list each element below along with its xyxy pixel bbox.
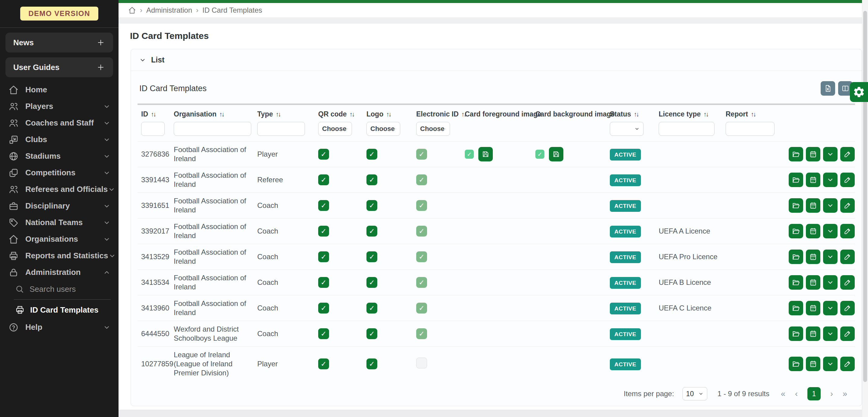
sort-icon[interactable]: ↑↓: [386, 111, 391, 118]
row-chevron-down-button[interactable]: [823, 326, 838, 341]
row-pencil-button[interactable]: [840, 249, 855, 264]
row-folder-open-button[interactable]: [789, 301, 803, 315]
filter-electronic-id-select[interactable]: Choose: [416, 122, 450, 136]
plus-icon[interactable]: [96, 63, 105, 72]
home-icon[interactable]: [128, 6, 136, 14]
filter-organisation-input[interactable]: [174, 122, 251, 136]
sidebar-section-user-guides[interactable]: User Guides: [5, 57, 113, 77]
col-header-qr-code[interactable]: QR code↑↓: [315, 105, 363, 120]
sidebar-item-coaches-and-staff[interactable]: Coaches and Staff: [0, 115, 119, 131]
row-folder-open-button[interactable]: [789, 249, 803, 264]
sidebar-item-clubs[interactable]: Clubs: [0, 131, 119, 148]
col-header-organisation[interactable]: Organisation↑↓: [170, 105, 254, 120]
row-chevron-down-button[interactable]: [823, 147, 838, 161]
qr-code-checkbox-checked[interactable]: ✓: [318, 200, 329, 211]
logo-checkbox-checked[interactable]: ✓: [367, 226, 377, 237]
breadcrumb-administration[interactable]: Administration: [146, 6, 192, 14]
filter-report-input[interactable]: [726, 122, 775, 136]
qr-code-checkbox-checked[interactable]: ✓: [318, 303, 329, 314]
row-chevron-down-button[interactable]: [823, 224, 838, 238]
qr-code-checkbox-checked[interactable]: ✓: [318, 251, 329, 262]
previous-page-button[interactable]: ‹: [795, 389, 798, 398]
row-chevron-down-button[interactable]: [823, 198, 838, 213]
logo-checkbox-checked[interactable]: ✓: [367, 174, 377, 185]
logo-checkbox-checked[interactable]: ✓: [367, 277, 377, 288]
logo-checkbox-checked[interactable]: ✓: [367, 328, 377, 339]
sidebar-item-home[interactable]: Home: [0, 82, 119, 98]
row-chevron-down-button[interactable]: [823, 275, 838, 290]
sidebar-item-administration[interactable]: Administration: [0, 264, 119, 280]
sort-icon[interactable]: ↑↓: [276, 111, 280, 118]
row-folder-open-button[interactable]: [789, 173, 803, 187]
export-excel-button[interactable]: [820, 81, 835, 96]
sidebar-item-referees-and-officials[interactable]: Referees and Officials: [0, 181, 119, 198]
sidebar-item-organisations[interactable]: Organisations: [0, 231, 119, 247]
row-calendar-button[interactable]: [806, 357, 820, 371]
sidebar-item-help[interactable]: Help: [0, 319, 119, 335]
row-folder-open-button[interactable]: [789, 357, 803, 371]
list-section-header[interactable]: List: [131, 49, 862, 71]
sidebar-item-national-teams[interactable]: National Teams: [0, 214, 119, 231]
sidebar-item-players[interactable]: Players: [0, 98, 119, 115]
row-calendar-button[interactable]: [806, 198, 820, 213]
col-header-report[interactable]: Report↑↓: [722, 105, 782, 120]
row-pencil-button[interactable]: [840, 357, 855, 371]
filter-id-input[interactable]: [141, 122, 165, 136]
row-calendar-button[interactable]: [806, 275, 820, 290]
col-header-type[interactable]: Type↑↓: [254, 105, 315, 120]
logo-checkbox-checked[interactable]: ✓: [367, 200, 377, 211]
qr-code-checkbox-checked[interactable]: ✓: [318, 174, 329, 185]
qr-code-checkbox-checked[interactable]: ✓: [318, 277, 329, 288]
sidebar-item-disciplinary[interactable]: Disciplinary: [0, 198, 119, 214]
qr-code-checkbox-checked[interactable]: ✓: [318, 149, 329, 159]
row-pencil-button[interactable]: [840, 147, 855, 161]
row-folder-open-button[interactable]: [789, 275, 803, 290]
row-folder-open-button[interactable]: [789, 224, 803, 238]
row-chevron-down-button[interactable]: [823, 301, 838, 315]
row-calendar-button[interactable]: [806, 249, 820, 264]
sidebar-item-id-card-templates[interactable]: ID Card Templates: [0, 301, 119, 319]
row-chevron-down-button[interactable]: [823, 249, 838, 264]
last-page-button[interactable]: »: [843, 389, 847, 398]
row-calendar-button[interactable]: [806, 224, 820, 238]
row-pencil-button[interactable]: [840, 326, 855, 341]
row-calendar-button[interactable]: [806, 301, 820, 315]
sidebar-item-reports-and-statistics[interactable]: Reports and Statistics: [0, 247, 119, 264]
first-page-button[interactable]: «: [781, 389, 785, 398]
col-header-status[interactable]: Status↑↓: [606, 105, 655, 120]
filter-qr-code-select[interactable]: Choose: [318, 122, 352, 136]
qr-code-checkbox-checked[interactable]: ✓: [318, 358, 329, 369]
plus-icon[interactable]: [96, 38, 105, 47]
row-pencil-button[interactable]: [840, 301, 855, 315]
qr-code-checkbox-checked[interactable]: ✓: [318, 226, 329, 237]
filter-type-input[interactable]: [257, 122, 305, 136]
download-image-button[interactable]: [549, 147, 563, 161]
row-folder-open-button[interactable]: [789, 147, 803, 161]
row-pencil-button[interactable]: [840, 173, 855, 187]
row-chevron-down-button[interactable]: [823, 357, 838, 371]
filter-licence-type-input[interactable]: [659, 122, 714, 136]
download-image-button[interactable]: [478, 147, 493, 161]
sort-icon[interactable]: ↑↓: [751, 111, 755, 118]
sort-icon[interactable]: ↑↓: [634, 111, 638, 118]
row-calendar-button[interactable]: [806, 173, 820, 187]
logo-checkbox-checked[interactable]: ✓: [367, 303, 377, 314]
row-pencil-button[interactable]: [840, 275, 855, 290]
sort-icon[interactable]: ↑↓: [349, 111, 354, 118]
scrollbar-thumb[interactable]: [863, 11, 867, 382]
sort-icon[interactable]: ↑↓: [703, 111, 708, 118]
logo-checkbox-checked[interactable]: ✓: [367, 251, 377, 262]
items-per-page-select[interactable]: 10: [683, 387, 707, 400]
col-header-logo[interactable]: Logo↑↓: [363, 105, 412, 120]
row-calendar-button[interactable]: [806, 326, 820, 341]
sidebar-item-stadiums[interactable]: Stadiums: [0, 148, 119, 165]
row-pencil-button[interactable]: [840, 198, 855, 213]
col-header-licence-type[interactable]: Licence type↑↓: [655, 105, 722, 120]
sidebar-search-users[interactable]: Search users: [0, 280, 119, 298]
sort-icon[interactable]: ↑↓: [219, 111, 224, 118]
current-page-button[interactable]: 1: [807, 387, 820, 400]
sidebar-section-news[interactable]: News: [5, 33, 113, 53]
scrollbar[interactable]: [862, 0, 868, 417]
sidebar-item-competitions[interactable]: Competitions: [0, 165, 119, 181]
settings-gear-button[interactable]: [850, 82, 868, 102]
